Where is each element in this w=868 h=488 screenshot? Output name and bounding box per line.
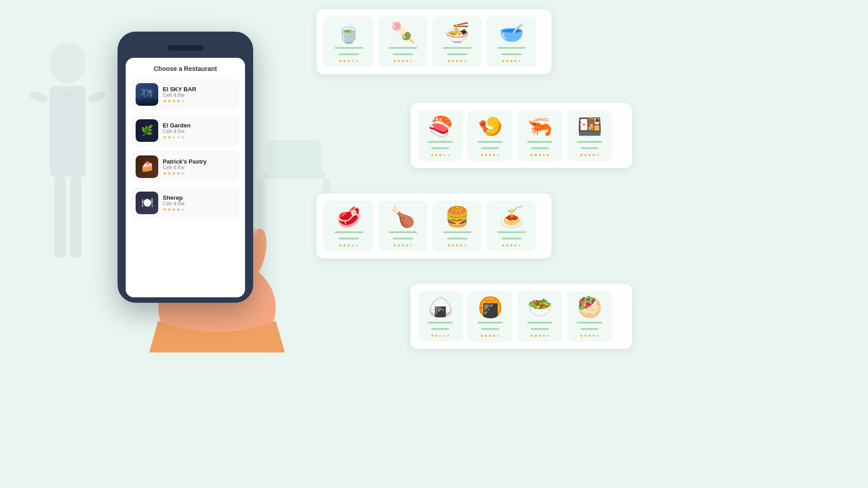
food-card-roll4[interactable]: 🥙 ★ ★ ★ ★ ★ (567, 291, 612, 342)
restaurant-stars-patricks-pastry: ★ ★ ★ ★ ★ (163, 171, 235, 176)
food-line-2 (531, 328, 549, 330)
food-line-1 (527, 141, 552, 143)
star-f3: ★ (439, 153, 442, 157)
star-f3: ★ (509, 243, 513, 248)
restaurant-item-sherep[interactable]: Sherep Cafe & Bar ★ ★ ★ ★ ★ (131, 187, 240, 219)
star-1: ★ (163, 135, 167, 140)
phone-title: Choose a Restaurant (131, 65, 240, 72)
food-line-1 (389, 231, 417, 233)
food-emoji-roll1: 🍙 (428, 296, 453, 318)
food-card-steak[interactable]: 🥩 ★ ★ ★ ★ ★ (324, 201, 373, 251)
food-card-soup[interactable]: 🥣 ★ ★ ★ ★ ★ (486, 16, 536, 67)
food-card-sushi1[interactable]: 🍣 ★ ★ ★ ★ ★ (418, 110, 463, 161)
food-card-chicken[interactable]: 🍗 ★ ★ ★ ★ ★ (378, 201, 428, 251)
star-3: ★ (172, 207, 176, 212)
star-f3: ★ (455, 59, 459, 63)
food-stars-steak: ★ ★ ★ ★ ★ (339, 243, 359, 248)
food-stars-sushi2: ★ ★ ★ ★ ★ (480, 153, 500, 157)
food-line-2 (431, 147, 449, 149)
waiter-figure (23, 27, 113, 343)
food-card-noodle[interactable]: 🍜 ★ ★ ★ ★ ★ (432, 16, 482, 67)
food-line-1 (497, 231, 526, 233)
food-line-1 (577, 141, 602, 143)
food-card-roll3[interactable]: 🥗 ★ ★ ★ ★ ★ (517, 291, 562, 342)
star-e1: ★ (463, 59, 467, 63)
restaurant-info-patricks-pastry: Patrick's Pastry Cafe & Bar ★ ★ ★ ★ ★ (163, 158, 235, 176)
food-line-2 (580, 328, 599, 330)
svg-rect-5 (29, 90, 49, 104)
star-f3: ★ (401, 243, 405, 248)
star-f4: ★ (405, 59, 409, 63)
food-card-sushi2[interactable]: 🍤 ★ ★ ★ ★ ★ (467, 110, 513, 161)
restaurant-item-el-garden[interactable]: El Garden Cafe & Bar ★ ★ ★ ★ ★ (131, 115, 240, 146)
restaurant-type-el-garden: Cafe & Bar (163, 129, 235, 134)
svg-rect-6 (87, 90, 107, 104)
food-stars-roll2: ★ ★ ★ ★ ★ (480, 333, 500, 338)
star-f4: ★ (592, 153, 595, 157)
restaurant-item-el-sky-bar[interactable]: El SKY BAR Cafe & Bar ★ ★ ★ ★ ★ (131, 79, 240, 110)
food-card-burger[interactable]: 🍔 ★ ★ ★ ★ ★ (432, 201, 482, 251)
star-f2: ★ (505, 243, 509, 248)
food-line-2 (339, 238, 359, 239)
phone-body: Choose a Restaurant El SKY BAR Cafe & Ba… (118, 32, 253, 303)
food-line-2 (481, 328, 499, 330)
food-line-1 (389, 47, 417, 49)
food-stars-soup: ★ ★ ★ ★ ★ (501, 59, 521, 63)
star-e2: ★ (355, 59, 359, 63)
food-line-1 (477, 322, 503, 324)
star-e2: ★ (447, 153, 450, 157)
star-f3: ★ (488, 153, 492, 157)
restaurant-info-el-garden: El Garden Cafe & Bar ★ ★ ★ ★ ★ (163, 122, 235, 140)
food-stars-roll1: ★ ★ ★ ★ ★ (430, 333, 450, 338)
food-line-2 (393, 53, 413, 55)
star-e1: ★ (463, 243, 467, 248)
restaurant-stars-el-sky-bar: ★ ★ ★ ★ ★ (163, 99, 235, 103)
svg-rect-10 (267, 140, 321, 176)
star-f1: ★ (501, 243, 505, 248)
star-4: ★ (176, 135, 180, 140)
svg-rect-3 (54, 176, 66, 258)
star-f1: ★ (580, 333, 583, 338)
star-f4: ★ (459, 243, 463, 248)
food-stars-roll4: ★ ★ ★ ★ ★ (580, 333, 599, 338)
restaurant-type-el-sky-bar: Cafe & Bar (163, 93, 235, 98)
food-line-1 (477, 141, 503, 143)
food-line-2 (531, 147, 549, 149)
star-f3: ★ (588, 333, 591, 338)
food-line-1 (577, 322, 602, 324)
food-line-1 (443, 231, 472, 233)
food-card-drink[interactable]: 🍵 ★ ★ ★ ★ ★ (324, 16, 373, 67)
star-f1: ★ (480, 333, 484, 338)
star-f4: ★ (542, 333, 546, 338)
svg-point-0 (50, 43, 86, 84)
star-f2: ★ (484, 333, 488, 338)
food-card-sushi3[interactable]: 🦐 ★ ★ ★ ★ ★ (517, 110, 562, 161)
star-f3: ★ (538, 333, 542, 338)
star-f2: ★ (505, 59, 509, 63)
food-card-pasta[interactable]: 🍝 ★ ★ ★ ★ ★ (486, 201, 536, 251)
star-f4: ★ (492, 333, 496, 338)
star-2: ★ (167, 207, 171, 212)
food-card-sushi4[interactable]: 🍱 ★ ★ ★ ★ ★ (567, 110, 612, 161)
food-panel-rolls: 🍙 ★ ★ ★ ★ ★ 🍘 ★ ★ ★ ★ ★ 🥗 ★ ★ ★ ★ (410, 284, 632, 349)
star-f2: ★ (584, 153, 587, 157)
food-stars-chicken: ★ ★ ★ ★ ★ (393, 243, 413, 248)
restaurant-item-patricks-pastry[interactable]: Patrick's Pastry Cafe & Bar ★ ★ ★ ★ ★ (131, 151, 240, 183)
phone-device: Choose a Restaurant El SKY BAR Cafe & Ba… (108, 14, 262, 321)
star-f4: ★ (459, 59, 463, 63)
food-card-roll2[interactable]: 🍘 ★ ★ ★ ★ ★ (467, 291, 513, 342)
food-line-2 (431, 328, 449, 330)
food-card-roll1[interactable]: 🍙 ★ ★ ★ ★ ★ (418, 291, 463, 342)
star-f2: ★ (534, 333, 538, 338)
svg-rect-4 (70, 176, 81, 258)
food-card-skewer[interactable]: 🍡 ★ ★ ★ ★ ★ (378, 16, 428, 67)
star-4: ★ (176, 207, 180, 212)
food-line-1 (335, 231, 363, 233)
star-f3: ★ (488, 333, 492, 338)
star-e1: ★ (518, 243, 521, 248)
star-f2: ★ (534, 153, 538, 157)
star-e1: ★ (546, 333, 550, 338)
food-emoji-roll3: 🥗 (528, 296, 552, 318)
star-f2: ★ (451, 243, 455, 248)
food-emoji-roll4: 🥙 (577, 296, 602, 318)
